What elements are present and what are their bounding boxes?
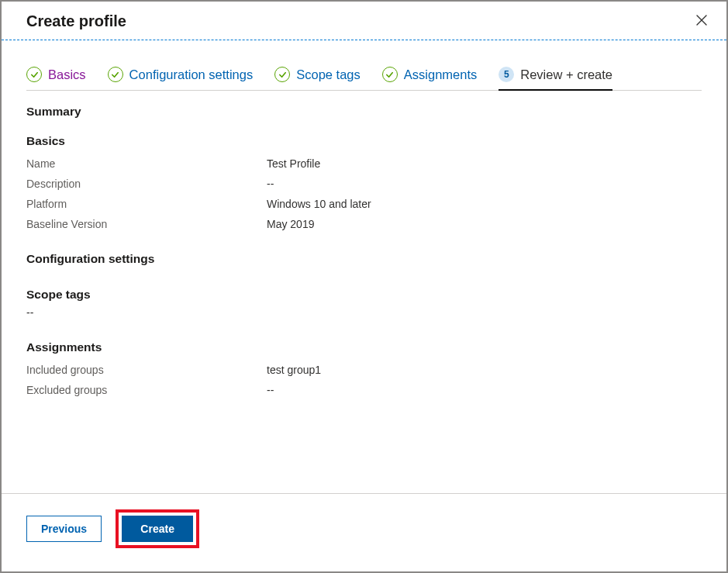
basics-key: Baseline Version	[26, 218, 267, 230]
scope-heading: Scope tags	[26, 288, 702, 302]
basics-val: --	[267, 178, 274, 190]
assignments-key: Excluded groups	[26, 384, 267, 396]
panel-header: Create profile	[2, 2, 726, 40]
config-heading: Configuration settings	[26, 252, 702, 266]
basics-row-description: Description --	[26, 178, 702, 190]
panel-content: Basics Configuration settings Scope tags…	[2, 40, 726, 493]
create-button-highlight: Create	[116, 509, 199, 548]
assignments-row-excluded: Excluded groups --	[26, 384, 702, 396]
check-icon	[108, 67, 123, 82]
basics-row-name: Name Test Profile	[26, 157, 702, 170]
tab-configuration-settings[interactable]: Configuration settings	[108, 62, 254, 90]
assignments-val: --	[267, 384, 274, 396]
check-icon	[274, 67, 290, 82]
assignments-val: test group1	[267, 364, 321, 376]
tab-label: Assignments	[404, 67, 477, 82]
step-number: 5	[499, 67, 514, 82]
tab-label: Configuration settings	[129, 67, 254, 82]
panel-footer: Previous Create	[2, 493, 726, 571]
check-icon	[382, 67, 398, 82]
basics-row-baseline: Baseline Version May 2019	[26, 218, 702, 230]
tab-assignments[interactable]: Assignments	[382, 62, 477, 90]
basics-key: Name	[26, 157, 267, 170]
wizard-tabs: Basics Configuration settings Scope tags…	[26, 62, 702, 91]
basics-val: May 2019	[267, 218, 314, 230]
tab-label: Review + create	[520, 67, 612, 82]
basics-val: Windows 10 and later	[267, 198, 371, 210]
basics-heading: Basics	[26, 134, 702, 148]
basics-key: Description	[26, 178, 267, 190]
basics-key: Platform	[26, 198, 267, 210]
create-button[interactable]: Create	[122, 516, 193, 542]
close-icon[interactable]	[692, 11, 711, 32]
basics-row-platform: Platform Windows 10 and later	[26, 198, 702, 210]
tab-label: Basics	[48, 67, 86, 82]
check-icon	[26, 67, 42, 82]
scope-empty-value: --	[26, 306, 702, 319]
tab-label: Scope tags	[296, 67, 361, 82]
previous-button[interactable]: Previous	[26, 516, 102, 542]
basics-val: Test Profile	[267, 157, 320, 170]
assignments-row-included: Included groups test group1	[26, 364, 702, 376]
create-profile-panel: Create profile Basics Configuration sett…	[0, 0, 728, 573]
assignments-heading: Assignments	[26, 340, 702, 354]
summary-heading: Summary	[26, 105, 702, 119]
panel-title: Create profile	[26, 12, 126, 30]
tab-review-create[interactable]: 5 Review + create	[499, 62, 612, 90]
tab-basics[interactable]: Basics	[26, 62, 86, 90]
assignments-key: Included groups	[26, 364, 267, 376]
tab-scope-tags[interactable]: Scope tags	[274, 62, 361, 90]
